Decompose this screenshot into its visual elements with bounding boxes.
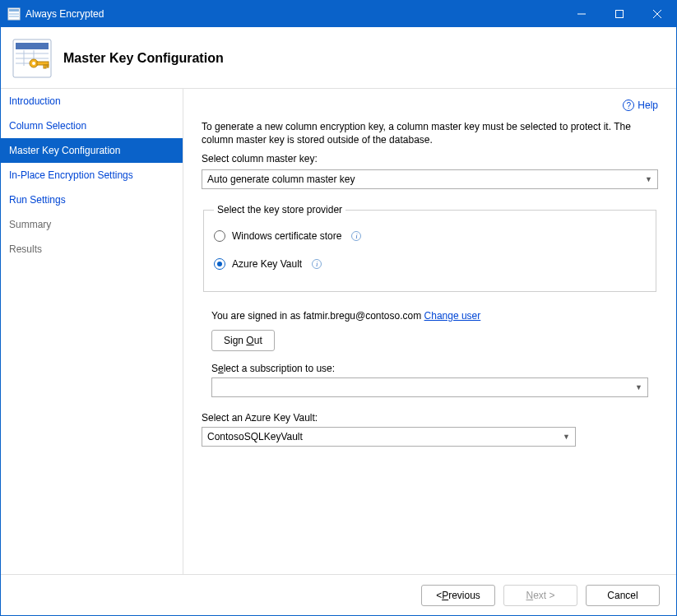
provider-fieldset: Select the key store provider Windows ce… bbox=[203, 204, 656, 292]
radio-icon bbox=[214, 258, 225, 270]
window-title: Always Encrypted bbox=[26, 8, 563, 20]
svg-rect-17 bbox=[37, 62, 49, 65]
signed-in-prefix: You are signed in as fatmir.bregu@contos… bbox=[211, 310, 424, 322]
subscription-label: Select a subscription to use: bbox=[211, 363, 658, 374]
info-icon[interactable]: i bbox=[312, 259, 322, 269]
chevron-down-icon: ▼ bbox=[645, 175, 652, 183]
intro-text: To generate a new column encryption key,… bbox=[202, 120, 658, 146]
svg-rect-5 bbox=[616, 11, 624, 18]
svg-rect-19 bbox=[47, 65, 49, 67]
sidebar: Introduction Column Selection Master Key… bbox=[1, 89, 183, 574]
vault-dropdown[interactable]: ContosoSQLKeyVault ▼ bbox=[202, 427, 576, 447]
header: Master Key Configuration bbox=[1, 27, 676, 89]
page-title: Master Key Configuration bbox=[63, 51, 224, 66]
footer: < Previous Next > Cancel bbox=[1, 574, 676, 615]
chevron-down-icon: ▼ bbox=[563, 433, 570, 441]
vault-value: ContosoSQLKeyVault bbox=[207, 431, 303, 442]
sidebar-item-run-settings[interactable]: Run Settings bbox=[1, 188, 183, 212]
help-label: Help bbox=[638, 100, 658, 111]
svg-point-16 bbox=[32, 62, 35, 65]
sidebar-item-results: Results bbox=[1, 237, 183, 262]
sidebar-item-column-selection[interactable]: Column Selection bbox=[1, 113, 183, 138]
provider-legend: Select the key store provider bbox=[214, 204, 345, 215]
sidebar-item-summary: Summary bbox=[1, 212, 183, 237]
info-icon[interactable]: i bbox=[351, 231, 361, 241]
svg-rect-18 bbox=[44, 65, 46, 68]
select-cmk-dropdown[interactable]: Auto generate column master key ▼ bbox=[202, 169, 658, 189]
radio-windows-label: Windows certificate store bbox=[232, 230, 341, 242]
sidebar-item-in-place-encryption[interactable]: In-Place Encryption Settings bbox=[1, 163, 183, 188]
app-icon bbox=[7, 7, 21, 21]
content-area: Introduction Column Selection Master Key… bbox=[1, 89, 676, 574]
window: Always Encrypted bbox=[0, 0, 677, 616]
subscription-dropdown[interactable]: ▼ bbox=[211, 377, 648, 397]
vault-label: Select an Azure Key Vault: bbox=[202, 412, 658, 424]
chevron-down-icon: ▼ bbox=[635, 383, 642, 391]
next-button: Next > bbox=[503, 585, 577, 606]
previous-button[interactable]: < Previous bbox=[421, 585, 495, 606]
cancel-button[interactable]: Cancel bbox=[586, 585, 660, 606]
signed-in-text: You are signed in as fatmir.bregu@contos… bbox=[211, 310, 658, 322]
sign-out-button[interactable]: Sign Out bbox=[211, 330, 275, 351]
sidebar-item-introduction[interactable]: Introduction bbox=[1, 89, 183, 113]
titlebar: Always Encrypted bbox=[1, 1, 676, 27]
main-panel: ? Help To generate a new column encrypti… bbox=[183, 89, 676, 574]
help-link[interactable]: ? Help bbox=[202, 97, 658, 113]
minimize-button[interactable] bbox=[563, 1, 600, 27]
header-key-icon bbox=[12, 39, 52, 78]
radio-akv-label: Azure Key Vault bbox=[232, 258, 302, 270]
svg-rect-1 bbox=[9, 9, 19, 12]
svg-rect-9 bbox=[16, 43, 49, 49]
help-icon: ? bbox=[623, 100, 634, 111]
select-cmk-value: Auto generate column master key bbox=[207, 174, 355, 185]
radio-azure-key-vault[interactable]: Azure Key Vault i bbox=[214, 258, 646, 270]
radio-icon bbox=[214, 230, 225, 242]
change-user-link[interactable]: Change user bbox=[424, 310, 481, 322]
maximize-button[interactable] bbox=[600, 1, 638, 27]
select-cmk-label: Select column master key: bbox=[202, 153, 658, 164]
close-button[interactable] bbox=[638, 1, 676, 27]
sidebar-item-master-key-configuration[interactable]: Master Key Configuration bbox=[1, 138, 183, 163]
radio-windows-cert-store[interactable]: Windows certificate store i bbox=[214, 230, 646, 242]
signed-in-block: You are signed in as fatmir.bregu@contos… bbox=[202, 310, 658, 397]
